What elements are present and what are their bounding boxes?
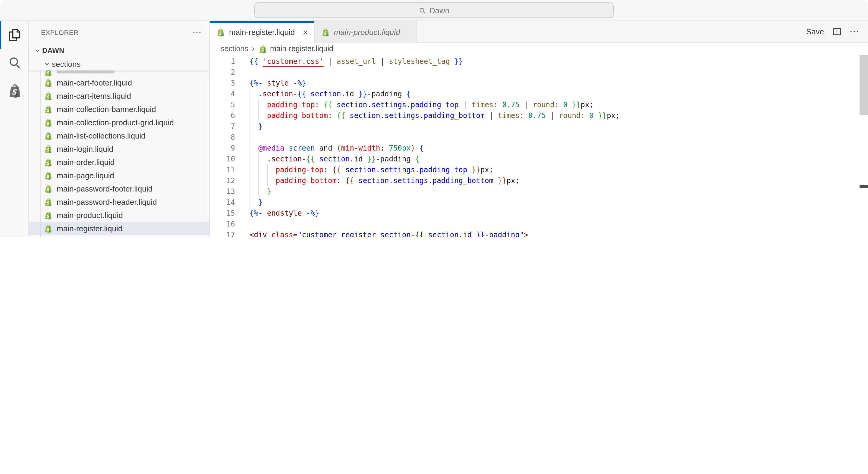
code-line[interactable]: 10.section-{{ section.id }}-padding { bbox=[210, 154, 868, 164]
shopify-icon: S bbox=[43, 144, 53, 153]
activity-explorer[interactable] bbox=[0, 21, 28, 49]
explorer-more-actions[interactable]: ··· bbox=[193, 28, 202, 37]
fold-gutter bbox=[235, 230, 250, 237]
line-number: 4 bbox=[215, 89, 235, 99]
tab-main-product[interactable]: S main-product.liquid bbox=[315, 21, 417, 43]
code-line[interactable]: 4.section-{{ section.id }}-padding { bbox=[210, 89, 868, 99]
line-content: <div class="customer register section-{{… bbox=[250, 230, 868, 237]
svg-text:S: S bbox=[46, 81, 50, 86]
fold-gutter bbox=[235, 154, 250, 164]
file-item[interactable]: Smain-order.liquid bbox=[29, 156, 209, 169]
activity-search[interactable] bbox=[0, 49, 28, 76]
code-line[interactable]: 16 bbox=[210, 218, 868, 230]
split-editor-icon[interactable] bbox=[832, 27, 841, 36]
root-folder-label: DAWN bbox=[42, 46, 64, 55]
fold-gutter bbox=[235, 208, 250, 218]
fold-gutter bbox=[235, 89, 250, 99]
more-actions-icon[interactable]: ··· bbox=[850, 27, 860, 36]
fold-gutter bbox=[235, 186, 250, 197]
shopify-icon: S bbox=[43, 78, 53, 87]
editor-scrollbar[interactable] bbox=[860, 55, 868, 237]
overview-cursor-mark bbox=[860, 185, 868, 188]
fold-gutter bbox=[235, 175, 250, 186]
code-line[interactable]: 2 bbox=[210, 67, 868, 78]
shopify-icon: S bbox=[321, 27, 330, 36]
code-editor[interactable]: 1{{ 'customer.css' | asset_url | stylesh… bbox=[210, 55, 868, 237]
save-button[interactable]: Save bbox=[806, 27, 824, 36]
shopify-icon: S bbox=[43, 131, 53, 140]
sidebar-header: EXPLORER ··· bbox=[29, 21, 209, 44]
code-line[interactable]: 12padding-bottom: {{ section.settings.pa… bbox=[210, 175, 868, 186]
line-number: 12 bbox=[215, 175, 235, 186]
chevron-down-icon bbox=[42, 61, 52, 67]
editor-actions: Save ··· bbox=[798, 21, 868, 43]
editor-group: S main-register.liquid × S main-product.… bbox=[210, 21, 868, 237]
file-item[interactable]: Smain-list-collections.liquid bbox=[29, 129, 209, 142]
svg-text:S: S bbox=[46, 147, 50, 152]
scrollbar-thumb[interactable] bbox=[860, 55, 868, 115]
file-name: main-cart-footer.liquid bbox=[57, 78, 132, 87]
code-line[interactable]: 7} bbox=[210, 121, 868, 132]
line-content: padding-bottom: {{ section.settings.padd… bbox=[250, 175, 868, 186]
command-center-search[interactable]: Dawn bbox=[254, 2, 614, 18]
code-line[interactable]: 3{%- style -%} bbox=[210, 78, 868, 89]
activity-shopify[interactable]: S bbox=[0, 76, 28, 104]
shopify-icon: S bbox=[43, 210, 53, 219]
file-name: main-login.liquid bbox=[57, 144, 113, 153]
code-line[interactable]: 11padding-top: {{ section.settings.paddi… bbox=[210, 164, 868, 175]
code-line[interactable]: 17<div class="customer register section-… bbox=[210, 230, 868, 237]
file-item[interactable]: Smain-password-footer.liquid bbox=[29, 182, 209, 195]
file-item[interactable]: Smain-collection-banner.liquid bbox=[29, 102, 209, 116]
code-line[interactable]: 1{{ 'customer.css' | asset_url | stylesh… bbox=[210, 56, 868, 67]
code-line[interactable]: 13} bbox=[210, 186, 868, 197]
code-line[interactable]: 6padding-bottom: {{ section.settings.pad… bbox=[210, 110, 868, 121]
code-line[interactable]: 8 bbox=[210, 132, 868, 143]
file-item[interactable]: Smain-login.liquid bbox=[29, 142, 209, 156]
close-icon[interactable]: × bbox=[303, 27, 308, 36]
file-item[interactable]: Smain-reset-password.liquid bbox=[29, 235, 209, 237]
tab-strip: S main-register.liquid × S main-product.… bbox=[210, 21, 868, 43]
vscode-window: Dawn S bbox=[0, 0, 868, 237]
line-number: 1 bbox=[215, 56, 235, 67]
file-item[interactable]: Smain-page.liquid bbox=[29, 169, 209, 182]
breadcrumb-file[interactable]: main-register.liquid bbox=[270, 44, 333, 53]
file-item[interactable]: Smain-cart-footer.liquid bbox=[29, 76, 209, 89]
svg-text:S: S bbox=[46, 107, 50, 112]
file-tree: DAWN sections S Smain-cart-footer.liquid… bbox=[29, 44, 209, 237]
line-number: 5 bbox=[215, 99, 235, 110]
svg-text:S: S bbox=[46, 121, 50, 126]
code-line[interactable]: 5padding-top: {{ section.settings.paddin… bbox=[210, 99, 868, 110]
file-item[interactable]: Smain-password-header.liquid bbox=[29, 195, 209, 208]
line-number: 6 bbox=[215, 110, 235, 121]
shopify-icon: S bbox=[43, 91, 53, 100]
svg-text:S: S bbox=[46, 227, 50, 232]
line-number: 13 bbox=[215, 186, 235, 197]
shopify-icon: S bbox=[258, 44, 267, 53]
file-item[interactable]: Smain-product.liquid bbox=[29, 208, 209, 222]
tree-root-dawn[interactable]: DAWN bbox=[29, 44, 209, 57]
svg-text:S: S bbox=[261, 47, 264, 52]
tab-label: main-product.liquid bbox=[334, 27, 400, 36]
tab-main-register[interactable]: S main-register.liquid × bbox=[210, 21, 315, 43]
breadcrumb-folder[interactable]: sections bbox=[221, 44, 248, 53]
code-line[interactable]: 9@media screen and (min-width: 750px) { bbox=[210, 143, 868, 154]
file-item[interactable]: Smain-register.liquid bbox=[29, 222, 209, 235]
svg-text:S: S bbox=[323, 30, 327, 35]
svg-text:S: S bbox=[46, 213, 50, 218]
line-content: padding-top: {{ section.settings.padding… bbox=[250, 164, 868, 175]
activity-bar-spacer bbox=[0, 104, 28, 237]
line-number: 16 bbox=[215, 218, 235, 230]
tree-folder-sections[interactable]: sections bbox=[29, 57, 209, 70]
svg-text:S: S bbox=[46, 174, 50, 178]
code-line[interactable]: 14} bbox=[210, 197, 868, 208]
code-line[interactable]: 15{%- endstyle -%} bbox=[210, 208, 868, 218]
breadcrumb[interactable]: sections › S main-register.liquid bbox=[210, 43, 868, 55]
file-item[interactable]: Smain-cart-items.liquid bbox=[29, 89, 209, 102]
line-number: 2 bbox=[215, 67, 235, 78]
file-item[interactable]: Smain-collection-product-grid.liquid bbox=[29, 116, 209, 129]
title-bar: Dawn bbox=[0, 0, 868, 21]
code-lines: 1{{ 'customer.css' | asset_url | stylesh… bbox=[210, 55, 868, 237]
line-number: 11 bbox=[215, 164, 235, 175]
line-number: 7 bbox=[215, 121, 235, 132]
line-content: padding-top: {{ section.settings.padding… bbox=[250, 99, 868, 110]
